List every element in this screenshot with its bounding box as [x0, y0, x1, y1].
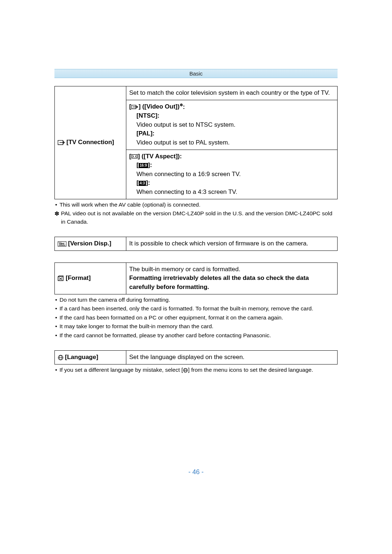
version-icon: Ver. — [58, 241, 66, 247]
tv-aspect-icon — [131, 154, 138, 159]
section-header: Basic — [54, 69, 338, 78]
format-note-1: •Do not turn the camera off during forma… — [54, 296, 338, 304]
language-label: [Language] — [65, 354, 98, 360]
footnote-star-icon: ✽ — [54, 209, 61, 218]
tv-connection-label: [TV Connection] — [66, 139, 114, 146]
format-note-4: •It may take longer to format the built-… — [54, 322, 338, 330]
video-out-icon — [131, 105, 139, 109]
footnote-marker: ✽ — [180, 103, 183, 107]
version-table: Ver. [Version Disp.] It is possible to c… — [54, 237, 338, 251]
format-note-5: •If the card cannot be formatted, please… — [54, 331, 338, 339]
page-number: - 46 - — [54, 468, 338, 476]
tv-note-1: •This will work when the AV cable (optio… — [54, 201, 338, 209]
tv-connection-label-cell: [TV Connection] — [55, 86, 126, 199]
svg-rect-2 — [131, 155, 137, 158]
section-title: Basic — [189, 70, 203, 77]
language-note-1: •If you set a different language by mist… — [54, 366, 338, 374]
aspect-43-icon: 4:3 — [139, 181, 146, 186]
format-note-2: •If a card has been inserted, only the c… — [54, 305, 338, 313]
version-text: It is possible to check which version of… — [126, 237, 338, 251]
language-table: [Language] Set the language displayed on… — [54, 350, 338, 364]
tv-row3: [] ([TV Aspect]): [16:9]: When connectin… — [126, 150, 338, 199]
tv-row1: Set to match the color television system… — [126, 86, 338, 100]
format-icon — [58, 274, 64, 283]
format-note-3: •If the card has been formatted on a PC … — [54, 314, 338, 322]
language-inline-icon — [183, 368, 188, 373]
format-text: The built-in memory or card is formatted… — [126, 262, 338, 294]
format-table: [Format] The built-in memory or card is … — [54, 262, 338, 294]
aspect-169-icon: 16:9 — [139, 163, 148, 168]
tv-out-icon — [58, 138, 65, 147]
format-label: [Format] — [66, 274, 91, 281]
language-label-cell: [Language] — [55, 351, 126, 364]
version-label: [Version Disp.] — [68, 240, 111, 247]
language-text: Set the language displayed on the screen… — [126, 351, 338, 364]
language-icon — [58, 353, 64, 362]
format-label-cell: [Format] — [55, 262, 126, 294]
tv-row2: [] ([Video Out])✽: [NTSC]: Video output … — [126, 100, 338, 150]
version-label-cell: Ver. [Version Disp.] — [55, 237, 126, 251]
tv-connection-table: [TV Connection] Set to match the color t… — [54, 86, 338, 199]
tv-note-2: ✽PAL video out is not available on the v… — [54, 209, 338, 226]
